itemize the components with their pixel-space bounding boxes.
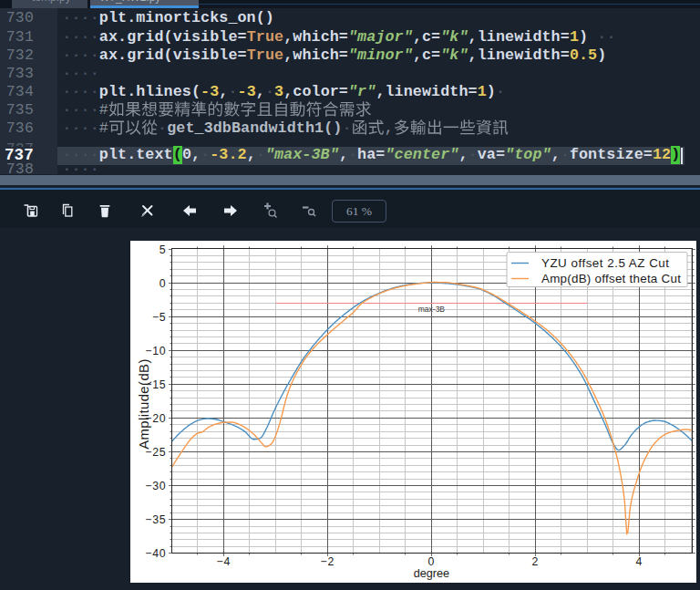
svg-text:−30: −30 [145,480,166,492]
svg-text:2: 2 [532,555,540,568]
svg-text:−5: −5 [152,311,167,324]
svg-text:degree: degree [414,567,450,580]
svg-text:−10: −10 [145,345,166,357]
svg-text:Amp(dB) offset theta Cut: Amp(dB) offset theta Cut [541,272,681,285]
svg-text:Amplitude(dB): Amplitude(dB) [137,358,151,450]
svg-text:4: 4 [636,555,643,568]
svg-text:max-3B: max-3B [418,305,446,314]
svg-text:0: 0 [160,277,167,290]
svg-text:YZU offset 2.5 AZ Cut: YZU offset 2.5 AZ Cut [541,256,670,270]
svg-text:−40: −40 [145,547,166,560]
svg-text:5: 5 [160,243,167,256]
svg-text:0: 0 [428,555,436,568]
svg-text:−2: −2 [321,555,335,568]
svg-text:−4: −4 [217,555,232,568]
svg-text:−35: −35 [145,513,166,526]
